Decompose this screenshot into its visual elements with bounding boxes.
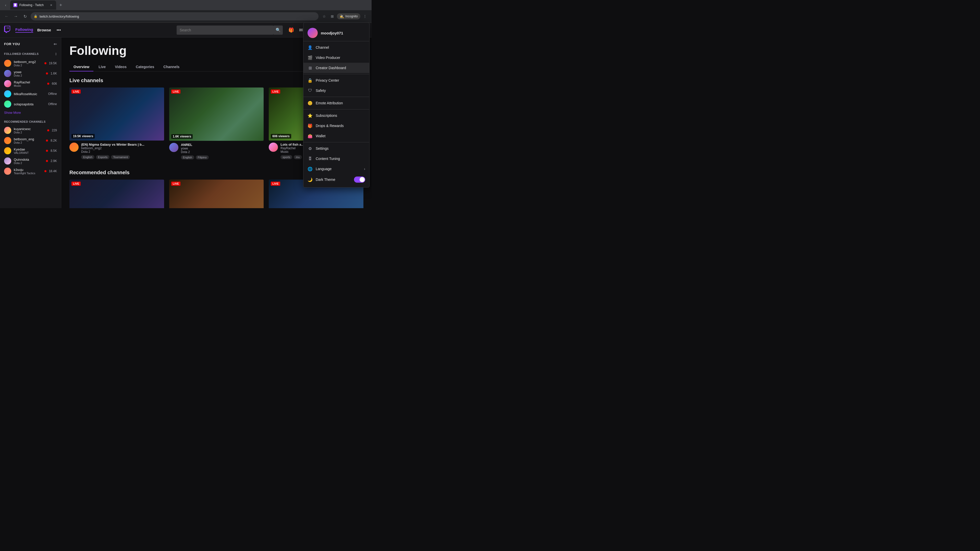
- sidebar-sort-button[interactable]: ↕: [55, 52, 57, 56]
- dropdown-item-language[interactable]: 🌐 Language ›: [304, 164, 369, 174]
- tab-overview[interactable]: Overview: [69, 63, 94, 71]
- dropdown-item-video-producer[interactable]: 🎬 Video Producer: [304, 52, 369, 63]
- tab-bar: ‹ Following - Twitch ✕ +: [0, 0, 372, 10]
- stream-tag-music[interactable]: mu: [294, 155, 302, 159]
- channel-avatar-rayrachel: [4, 80, 11, 87]
- stream-tag-tournament[interactable]: Tournament: [111, 155, 130, 159]
- dropdown-label-safety: Safety: [316, 89, 326, 93]
- dropdown-divider-3: [304, 109, 369, 110]
- tab-channels[interactable]: Channels: [159, 63, 183, 71]
- menu-button[interactable]: ⋮: [361, 13, 369, 20]
- search-icon: 🔍: [275, 27, 281, 32]
- shield-icon: 🛡: [307, 88, 313, 93]
- dark-theme-toggle[interactable]: [354, 176, 365, 183]
- tab-favicon: [13, 3, 18, 7]
- followed-channels-header: Followed Channels ↕: [2, 51, 59, 57]
- sidebar: For You ⇐ Followed Channels ↕ betboom_en…: [0, 38, 61, 208]
- viewer-count-kuyanicwxc: 229: [52, 129, 57, 132]
- sidebar-item-mikarosemusic[interactable]: MikaRoseMusic Offline: [2, 89, 59, 99]
- dropdown-item-content-tuning[interactable]: 🎛 Content Tuning: [304, 154, 369, 164]
- dropdown-item-drops-rewards[interactable]: 🎁 Drops & Rewards: [304, 121, 369, 131]
- dropdown-item-settings[interactable]: ⚙ Settings: [304, 143, 369, 154]
- dropdown-label-dark-theme: Dark Theme: [316, 178, 335, 182]
- sidebar-item-k3soju[interactable]: k3soju Teamfight Tactics 18.4K: [2, 166, 59, 176]
- tab-videos[interactable]: Videos: [111, 63, 130, 71]
- channel-avatar-betboom-eng: [4, 137, 11, 144]
- live-badge-rayrachel: LIVE: [271, 89, 280, 94]
- channel-name-rayrachel: RayRachel: [14, 80, 45, 84]
- new-tab-button[interactable]: +: [57, 2, 64, 9]
- sidebar-item-betboom-eng2[interactable]: betboom_eng2 Dota 2 19.5K: [2, 58, 59, 68]
- toggle-knob: [360, 177, 365, 182]
- dropdown-item-safety[interactable]: 🛡 Safety: [304, 86, 369, 96]
- active-tab[interactable]: Following - Twitch ✕: [10, 0, 56, 10]
- nav-following[interactable]: Following: [15, 27, 33, 33]
- channel-game-rayrachel: Music: [14, 84, 45, 87]
- channel-avatar-kuyanicwxc: [4, 127, 11, 134]
- dropdown-label-emote-attribution: Emote Attribution: [316, 101, 343, 105]
- stream-tag-english-yowe[interactable]: English: [181, 156, 194, 159]
- dropdown-item-channel[interactable]: 👤 Channel: [304, 42, 369, 52]
- bookmark-button[interactable]: ☆: [321, 13, 328, 20]
- channel-info-rayrachel: RayRachel Music: [14, 80, 45, 87]
- sidebar-item-solapsapdota[interactable]: solapsapdota Offline: [2, 99, 59, 109]
- rec-stream-card-1[interactable]: LIVE: [69, 179, 164, 208]
- wallet-icon: 👛: [307, 133, 313, 138]
- dropdown-label-video-producer: Video Producer: [316, 56, 340, 60]
- dropdown-label-language: Language: [316, 167, 331, 171]
- url-bar[interactable]: 🔒 twitch.tv/directory/following: [30, 12, 318, 21]
- incognito-icon: 🕵: [339, 14, 344, 18]
- nav-more-button[interactable]: •••: [55, 27, 62, 34]
- reload-button[interactable]: ↻: [21, 13, 29, 20]
- channel-name-solapsapdota: solapsapdota: [14, 102, 46, 106]
- sidebar-item-rayrachel[interactable]: RayRachel Music 606: [2, 79, 59, 89]
- search-bar[interactable]: [177, 25, 274, 35]
- dropdown-item-wallet[interactable]: 👛 Wallet: [304, 131, 369, 141]
- tab-live[interactable]: Live: [94, 63, 110, 71]
- channel-name-quinndota: Quinndota: [14, 158, 43, 162]
- search-button[interactable]: 🔍: [274, 25, 283, 35]
- channel-game-quinndota: Dota 2: [14, 162, 43, 165]
- channel-name-mikarosemusic: MikaRoseMusic: [14, 92, 46, 96]
- stream-card-betboom[interactable]: LIVE 19.5K viewers (EN) Nigma Galaxy vs …: [69, 87, 164, 162]
- sidebar-for-you-header: For You ⇐: [2, 41, 59, 48]
- rec-stream-card-2[interactable]: LIVE: [169, 179, 264, 208]
- sidebar-item-yowe[interactable]: yowe Dota 2 1.6K: [2, 68, 59, 79]
- nav-browse[interactable]: Browse: [37, 28, 51, 32]
- back-button[interactable]: ←: [3, 13, 10, 20]
- dropdown-item-emote-attribution[interactable]: 😊 Emote Attribution: [304, 98, 369, 108]
- dropdown-item-creator-dashboard[interactable]: ⊞ Creator Dashboard: [304, 63, 369, 73]
- dropdown-item-dark-theme[interactable]: 🌙 Dark Theme: [304, 174, 369, 185]
- stream-card-yowe[interactable]: LIVE 1.6K viewers ANREL yowe Dota 2 Engl…: [169, 87, 264, 162]
- dropdown-item-subscriptions[interactable]: ⭐ Subscriptions: [304, 110, 369, 121]
- gifts-button[interactable]: 🎁: [287, 26, 296, 35]
- stream-tag-filipino[interactable]: Filipino: [196, 156, 209, 159]
- channel-game-betboom-eng2: Dota 2: [14, 64, 42, 67]
- sidebar-item-betboom-eng[interactable]: betboom_eng Dota 2 8.2K: [2, 135, 59, 146]
- sidebar-item-quinndota[interactable]: Quinndota Dota 2 2.9K: [2, 156, 59, 166]
- stream-tag-english[interactable]: English: [81, 155, 94, 159]
- dropdown-label-content-tuning: Content Tuning: [316, 157, 340, 161]
- search-input[interactable]: [180, 28, 270, 32]
- stream-tag-sports[interactable]: sports: [280, 155, 292, 159]
- twitch-logo[interactable]: [4, 26, 10, 35]
- stream-tag-esports[interactable]: Esports: [96, 155, 110, 159]
- show-more-button[interactable]: Show More: [2, 109, 59, 116]
- offline-status-mikarosemusic: Offline: [48, 92, 57, 96]
- dropdown-item-privacy[interactable]: 🔒 Privacy Center: [304, 75, 369, 86]
- tab-nav-prev[interactable]: ‹: [2, 2, 9, 9]
- stream-thumbnail-yowe: LIVE 1.6K viewers: [169, 87, 264, 141]
- dropdown-divider-2: [304, 97, 369, 97]
- sidebar-item-kyedae[interactable]: Kyedae VALORANT 8.5K: [2, 146, 59, 156]
- sidebar-collapse-button[interactable]: ⇐: [54, 41, 57, 46]
- tab-close-button[interactable]: ✕: [49, 3, 53, 7]
- tab-categories[interactable]: Categories: [132, 63, 158, 71]
- channel-name-betboom-eng2: betboom_eng2: [14, 60, 42, 64]
- sidebar-item-kuyanicwxc[interactable]: kuyanicwxc Dota 2 229: [2, 125, 59, 135]
- forward-button[interactable]: →: [12, 13, 19, 20]
- channel-info-mikarosemusic: MikaRoseMusic: [14, 92, 46, 96]
- profile-switcher-button[interactable]: ⊞: [329, 13, 336, 20]
- address-bar: ← → ↻ 🔒 twitch.tv/directory/following ☆ …: [0, 10, 372, 22]
- rec-thumbnail-1: LIVE: [69, 179, 164, 208]
- stream-channel-betboom: betboom_eng2: [81, 146, 164, 150]
